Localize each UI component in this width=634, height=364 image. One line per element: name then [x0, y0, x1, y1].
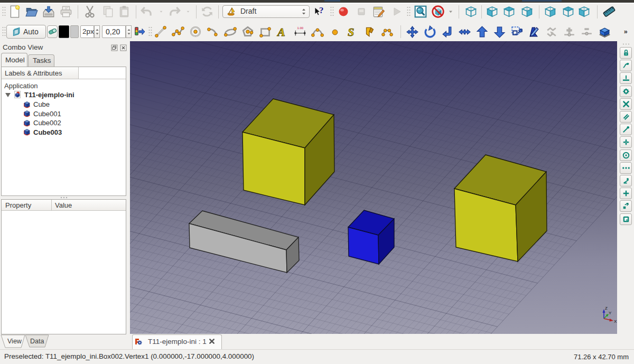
- svg-text:X: X: [614, 319, 617, 324]
- svg-text:Y: Y: [609, 311, 612, 315]
- svg-text:Z: Z: [605, 306, 608, 311]
